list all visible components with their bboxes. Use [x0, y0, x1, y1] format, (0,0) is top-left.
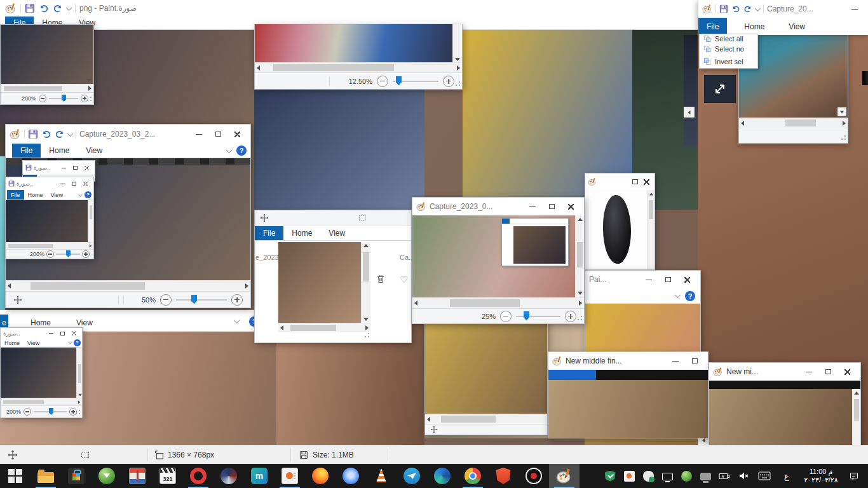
zoom-out-button[interactable] — [39, 95, 46, 102]
scrollbar-thumb[interactable] — [649, 200, 653, 219]
save-button[interactable] — [8, 180, 15, 187]
close-button[interactable] — [561, 198, 580, 215]
scrollbar-thumb[interactable] — [8, 244, 53, 248]
minimize-button[interactable] — [189, 125, 208, 144]
resize-grip[interactable] — [576, 316, 582, 322]
taskbar-maxthon[interactable]: m — [244, 464, 275, 488]
scrollbar-thumb[interactable] — [441, 416, 496, 423]
scroll-down-button[interactable] — [837, 107, 846, 116]
move-tool-icon[interactable] — [260, 214, 269, 222]
tab-file[interactable]: File — [12, 144, 41, 158]
titlebar[interactable]: New middle fin... — [548, 352, 708, 370]
taskbar-file-explorer[interactable] — [31, 464, 61, 488]
taskbar-media-player-classic[interactable]: 321 — [153, 464, 183, 488]
minimize-button[interactable] — [845, 0, 864, 18]
zoom-out-button[interactable] — [46, 250, 54, 258]
maximize-button[interactable] — [68, 177, 79, 190]
vertical-scrollbar[interactable] — [361, 242, 370, 323]
zoom-in-button[interactable] — [231, 294, 243, 306]
close-button[interactable] — [79, 177, 91, 190]
scrollbar-thumb[interactable] — [78, 364, 81, 383]
save-button[interactable] — [28, 129, 38, 139]
scrollbar-thumb[interactable] — [290, 325, 336, 331]
scroll-left-icon[interactable] — [414, 301, 417, 306]
zoom-slider[interactable] — [176, 299, 227, 301]
horizontal-scrollbar[interactable] — [425, 414, 547, 424]
scroll-up-icon[interactable] — [578, 218, 583, 221]
horizontal-scrollbar[interactable] — [412, 297, 584, 308]
taskbar-firefox[interactable] — [305, 464, 336, 488]
resize-grip[interactable] — [86, 97, 92, 102]
titlebar[interactable]: ..صورة — [6, 177, 93, 190]
titlebar[interactable]: New mi... — [709, 363, 860, 381]
horizontal-scrollbar[interactable] — [255, 62, 462, 72]
vertical-scrollbar[interactable] — [575, 215, 584, 297]
zoom-out-button[interactable] — [160, 294, 172, 306]
tab-file[interactable]: File — [255, 226, 283, 240]
tray-power[interactable] — [715, 472, 734, 480]
tab-home[interactable]: Home — [283, 226, 320, 240]
tab-view[interactable]: View — [780, 18, 813, 35]
zoom-slider-thumb[interactable] — [66, 250, 71, 257]
horizontal-scrollbar[interactable] — [278, 323, 370, 332]
horizontal-scrollbar[interactable] — [6, 280, 250, 291]
taskbar-brave[interactable] — [488, 464, 519, 488]
scroll-left-icon[interactable] — [427, 417, 430, 422]
zoom-out-button[interactable] — [377, 76, 388, 87]
horizontal-scrollbar[interactable] — [6, 242, 93, 249]
scroll-down-icon[interactable] — [86, 79, 92, 82]
heart-icon[interactable]: ♡ — [400, 274, 408, 285]
horizontal-scrollbar[interactable] — [739, 118, 848, 128]
scrollbar-thumb[interactable] — [4, 86, 62, 91]
taskbar-edge[interactable] — [427, 464, 458, 488]
tab-view[interactable]: View — [78, 144, 111, 158]
scroll-up-icon[interactable] — [854, 391, 859, 395]
resize-grip[interactable] — [74, 410, 80, 416]
taskbar-paint[interactable] — [549, 464, 580, 488]
titlebar[interactable]: Capture_2023_0... — [412, 198, 584, 215]
menu-item-invert-selection[interactable]: Invert sel — [700, 55, 757, 68]
action-center-button[interactable] — [844, 471, 864, 481]
zoom-slider[interactable] — [516, 316, 560, 317]
scrollbar-thumb[interactable] — [577, 242, 583, 268]
tab-home[interactable]: Home — [41, 144, 78, 158]
scrollbar-thumb[interactable] — [363, 252, 369, 281]
scroll-right-icon[interactable] — [90, 244, 92, 248]
help-button[interactable]: ? — [74, 339, 81, 346]
taskbar-swirl-browser[interactable] — [214, 464, 244, 488]
close-button[interactable] — [677, 271, 696, 288]
tab-file[interactable]: File — [7, 190, 24, 200]
scroll-down-icon[interactable] — [578, 292, 583, 295]
minimize-button[interactable] — [57, 177, 68, 190]
tray-defender[interactable] — [639, 471, 658, 482]
clock[interactable]: 11:00 م ٢٠٢٣/٠٣/٢٨ — [797, 468, 844, 484]
titlebar[interactable]: Capture_2023_03_2... — [6, 125, 250, 144]
maximize-button[interactable] — [542, 198, 561, 215]
ribbon-collapse-icon[interactable] — [68, 340, 72, 344]
maximize-button[interactable] — [658, 271, 677, 288]
titlebar[interactable]: ..صورة — [23, 161, 95, 175]
close-button[interactable] — [68, 328, 79, 339]
close-button[interactable] — [837, 363, 857, 381]
taskbar-microsoft-store[interactable] — [61, 464, 92, 488]
zoom-slider-thumb[interactable] — [524, 311, 529, 321]
horizontal-scrollbar[interactable] — [1, 398, 82, 405]
tab-home[interactable]: Home — [24, 190, 47, 200]
redo-button[interactable] — [55, 129, 65, 139]
customize-toolbar-chevron-icon[interactable] — [67, 130, 74, 137]
zoom-in-button[interactable] — [565, 311, 576, 322]
ribbon-collapse-icon[interactable] — [78, 193, 83, 197]
zoom-out-button[interactable] — [24, 408, 31, 416]
zoom-slider[interactable] — [393, 81, 438, 82]
zoom-in-button[interactable] — [443, 76, 454, 87]
taskbar-idm[interactable] — [92, 464, 122, 488]
save-button[interactable] — [25, 165, 32, 171]
taskbar-chrome[interactable] — [458, 464, 488, 488]
maximize-button[interactable] — [629, 173, 641, 190]
save-button[interactable] — [25, 3, 35, 13]
tray-volume[interactable] — [734, 471, 753, 481]
zoom-slider[interactable] — [34, 411, 67, 412]
scrollbar-thumb[interactable] — [3, 400, 44, 404]
help-button[interactable]: ? — [685, 291, 695, 301]
tab-view[interactable]: View — [47, 190, 67, 200]
